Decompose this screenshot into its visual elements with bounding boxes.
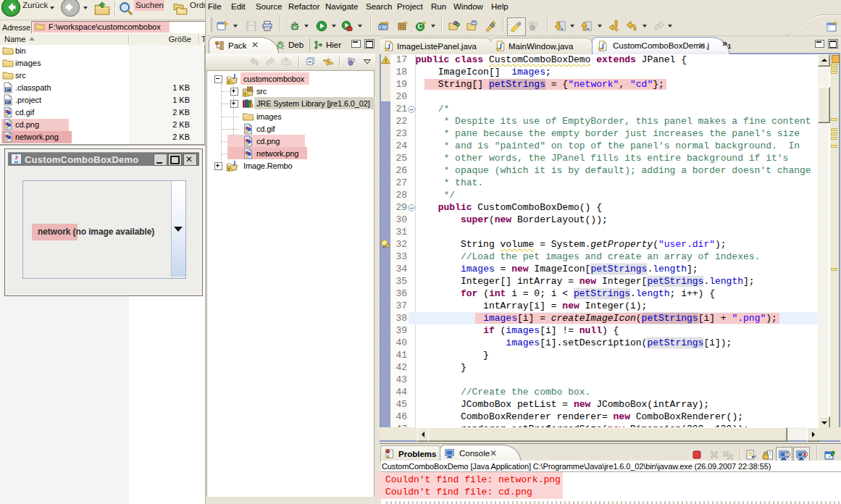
run-icon[interactable]	[316, 20, 327, 32]
open-perspective-icon[interactable]	[827, 21, 838, 33]
column-divider[interactable]	[198, 34, 200, 44]
terminate-icon[interactable]	[691, 449, 703, 461]
search-button-label[interactable]: Suchen	[135, 1, 164, 9]
warning-bulb-icon[interactable]	[380, 239, 391, 250]
tab-debug[interactable]: Deb	[277, 38, 311, 54]
open-type-icon[interactable]	[448, 20, 460, 32]
editor-overview-ruler[interactable]	[830, 54, 839, 427]
dropdown-arrow-icon[interactable]	[643, 25, 647, 28]
search-icon[interactable]	[119, 1, 133, 16]
save-icon[interactable]	[246, 20, 257, 32]
folders-icon[interactable]	[173, 1, 188, 16]
tree-item-src[interactable]: src	[205, 85, 375, 98]
back-icon[interactable]	[1, 0, 20, 17]
tab-problems[interactable]: Problems	[380, 445, 441, 462]
collapse-icon[interactable]	[214, 75, 222, 83]
tree-item-customcombobox[interactable]: customcombobox	[205, 73, 375, 85]
file-row[interactable]: images	[0, 57, 204, 70]
show-stdout-button[interactable]	[776, 447, 792, 462]
file-row[interactable]: bin	[0, 45, 204, 57]
menu-edit[interactable]: Edit	[231, 2, 246, 11]
mark-occurrences-button[interactable]	[507, 17, 526, 36]
overview-status-square[interactable]	[832, 55, 840, 63]
close-button[interactable]: ✕	[183, 154, 197, 166]
expand-icon[interactable]	[214, 162, 222, 170]
tree-item-cd-gif[interactable]: cd.gif	[205, 123, 375, 135]
occurrence-mark[interactable]	[831, 137, 837, 140]
occurrence-mark[interactable]	[831, 145, 837, 148]
minimize-editor-button[interactable]	[815, 40, 824, 48]
scroll-up-button[interactable]	[818, 54, 830, 67]
open-external-icon[interactable]	[466, 20, 478, 32]
combo-box[interactable]: network (no image available)	[22, 180, 186, 279]
up-icon[interactable]	[281, 56, 291, 67]
link-with-editor-icon[interactable]	[323, 56, 333, 67]
dropdown-arrow-icon[interactable]	[233, 25, 238, 28]
pin-console-icon[interactable]	[824, 449, 835, 461]
clear-console-icon[interactable]	[745, 449, 757, 461]
filter-icon[interactable]	[346, 56, 356, 67]
menu-project[interactable]: Project	[397, 2, 423, 11]
remove-all-icon[interactable]	[722, 449, 734, 461]
editor-vertical-scrollbar[interactable]	[818, 54, 829, 427]
column-header-size[interactable]: Größe	[128, 35, 198, 43]
occurrence-mark[interactable]	[831, 128, 837, 131]
tree-item-network-png[interactable]: network.png	[205, 148, 375, 160]
new-class-icon[interactable]: C	[415, 20, 427, 32]
up-folder-icon[interactable]	[94, 1, 110, 17]
new-wizard-icon[interactable]	[217, 20, 228, 32]
occurrence-mark[interactable]	[831, 133, 837, 135]
column-divider[interactable]	[128, 34, 130, 44]
remove-launch-icon[interactable]	[708, 449, 720, 461]
view-menu-icon[interactable]	[364, 59, 371, 64]
dropdown-arrow-icon[interactable]	[598, 25, 602, 28]
show-stderr-button[interactable]	[793, 447, 810, 462]
file-row[interactable]: network.png2 KB	[0, 131, 204, 143]
back-arrow-icon[interactable]	[249, 56, 259, 67]
horizontal-scroll-thumb[interactable]	[428, 427, 787, 442]
back-dropdown-icon[interactable]	[50, 7, 54, 9]
expand-icon[interactable]	[230, 88, 238, 96]
vertical-scroll-thumb[interactable]	[818, 87, 830, 123]
occurrence-mark[interactable]	[831, 71, 837, 74]
dropdown-arrow-icon[interactable]	[431, 25, 435, 28]
new-java-project-icon[interactable]	[378, 20, 390, 32]
prev-annotation-icon[interactable]	[580, 20, 592, 32]
maximize-view-button[interactable]	[364, 39, 375, 49]
occurrence-mark[interactable]	[831, 64, 837, 67]
menu-file[interactable]: File	[208, 2, 222, 11]
tab-hierarchy[interactable]: Hier	[314, 38, 348, 54]
tree-item-jre-system-library-jre1-6-0-02-[interactable]: JRE System Library [jre1.6.0_02]	[205, 98, 375, 110]
tab-console[interactable]: Console✕	[440, 445, 521, 462]
maximize-button[interactable]	[168, 154, 182, 166]
demo-title-bar[interactable]: CustomComboBoxDemo ✕	[8, 152, 199, 166]
editor-tab-imagelistepanel-java[interactable]: ImageListePanel.java	[380, 38, 492, 54]
new-package-icon[interactable]	[397, 20, 409, 32]
tree-item-image-rembo[interactable]: Image.Rembo	[205, 160, 375, 172]
tree-item-cd-png[interactable]: cd.png	[205, 135, 375, 148]
occurrence-mark[interactable]	[831, 118, 837, 121]
close-tab-icon[interactable]: ✕	[698, 41, 706, 51]
minimize-button[interactable]	[154, 154, 167, 166]
minimize-view-button[interactable]	[351, 40, 361, 48]
forward-dropdown-icon[interactable]	[83, 7, 88, 9]
file-row[interactable]: .classpath1 KB	[0, 82, 204, 94]
menu-search[interactable]: Search	[366, 2, 392, 11]
debug-icon[interactable]	[289, 20, 301, 32]
combo-dropdown-button[interactable]	[171, 181, 185, 277]
file-row[interactable]: .project1 KB	[0, 94, 204, 106]
dropdown-arrow-icon[interactable]	[304, 25, 309, 28]
tree-item-images[interactable]: images	[205, 111, 375, 123]
more-tabs-chevron[interactable]: »1	[722, 38, 738, 51]
forward-icon[interactable]	[61, 0, 80, 17]
close-tab-icon[interactable]: ✕	[490, 448, 497, 458]
spheres-icon[interactable]	[527, 20, 539, 32]
nav-back-icon[interactable]	[626, 20, 637, 32]
editor-horizontal-scrollbar[interactable]	[417, 427, 818, 440]
dropdown-arrow-icon[interactable]	[332, 25, 336, 28]
maximize-editor-button[interactable]	[828, 39, 838, 49]
file-row[interactable]: cd.png2 KB	[0, 119, 204, 131]
dropdown-arrow-icon[interactable]	[358, 25, 362, 28]
dropdown-arrow-icon[interactable]	[570, 25, 574, 28]
occurrence-mark[interactable]	[831, 67, 837, 70]
